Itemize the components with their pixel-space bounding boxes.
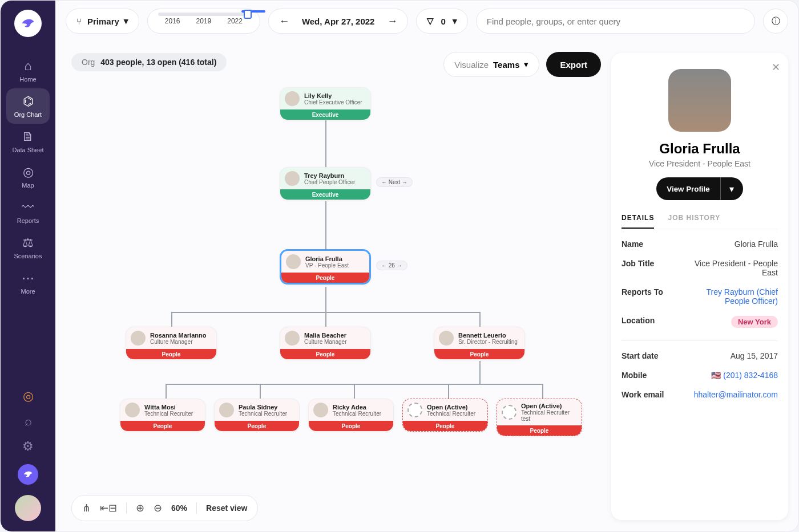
tab-details[interactable]: DETAILS (622, 214, 654, 229)
field-label: Mobile (622, 371, 647, 380)
nav-org-chart[interactable]: ⌬Org Chart (6, 88, 50, 124)
visualize-selector[interactable]: Visualize Teams ▾ (443, 52, 539, 77)
timeline-thumb[interactable] (244, 10, 252, 19)
open-role-node[interactable]: Open (Active)Technical Recruiter People (402, 399, 488, 432)
person-title: Technical Recruiter (144, 411, 193, 417)
nav-label: Scenarios (14, 253, 42, 259)
field-value: Aug 15, 2017 (731, 351, 778, 360)
person-node[interactable]: Lily KellyChief Executive Officer Execut… (280, 87, 371, 120)
timeline-track[interactable] (158, 13, 249, 16)
person-name: Witta Mosi (144, 404, 193, 411)
org-chart-canvas[interactable]: Org 403 people, 13 open (416 total) Visu… (71, 53, 601, 520)
nav-scenarios[interactable]: ⚖Scenarios (6, 230, 50, 265)
search-input[interactable] (487, 17, 744, 26)
search-icon[interactable]: ⌕ (25, 414, 32, 429)
date-picker[interactable]: ← Wed, Apr 27, 2022 → (268, 9, 409, 34)
nav-home[interactable]: ⌂Home (6, 53, 50, 88)
tab-job-history[interactable]: JOB HISTORY (668, 214, 720, 229)
filter-button[interactable]: ▽ 0 ▾ (416, 9, 467, 34)
peer-navigator[interactable]: ← 26 → (376, 261, 407, 270)
nav-more[interactable]: ⋯More (6, 265, 50, 300)
view-profile-button[interactable]: View Profile (656, 177, 720, 200)
person-node[interactable]: Malia BeacherCulture Manager People (280, 327, 371, 360)
person-name: Paula Sidney (239, 404, 287, 411)
mobile-link[interactable]: 🇺🇸 (201) 832-4168 (711, 371, 778, 380)
user-avatar[interactable] (15, 495, 41, 521)
view-profile-button-group: View Profile ▾ (656, 177, 742, 200)
scenario-selector[interactable]: ⑂ Primary ▾ (66, 9, 139, 34)
branch-icon: ⑂ (76, 17, 82, 26)
left-sidebar: ⌂Home ⌬Org Chart 🗎Data Sheet ◎Map 〰Repor… (1, 1, 55, 531)
breadcrumb[interactable]: Org 403 people, 13 open (416 total) (71, 53, 227, 71)
person-detail-panel: ✕ Gloria Frulla Vice President - People … (611, 53, 788, 520)
person-title: Technical Recruiter (333, 411, 381, 417)
next-arrow-icon[interactable]: → (387, 15, 397, 27)
nav-reports[interactable]: 〰Reports (6, 194, 50, 230)
flag-icon: 🇺🇸 (711, 371, 721, 380)
location-badge: New York (731, 316, 778, 328)
person-node[interactable]: Rosanna MariannoCulture Manager People (126, 327, 217, 360)
person-title: Technical Recruiter (427, 411, 475, 417)
person-name: Open (Active) (521, 403, 577, 409)
secondary-logo[interactable] (18, 464, 38, 485)
layout-icon[interactable]: ⇤⊟ (100, 502, 117, 514)
nav-data-sheet[interactable]: 🗎Data Sheet (6, 124, 50, 159)
info-button[interactable]: ⓘ (763, 9, 788, 34)
timeline-year: 2016 (165, 17, 180, 25)
timeline-selector[interactable]: 2016 2019 2022 (147, 9, 260, 34)
person-title: Culture Manager (150, 339, 206, 345)
prev-arrow-icon[interactable]: ← (279, 15, 289, 27)
person-photo (668, 69, 731, 132)
field-label: Start date (622, 351, 659, 360)
bird-icon (20, 15, 36, 31)
person-title: Technical Recruiter test (521, 409, 577, 422)
zoom-in-icon[interactable]: ⊕ (136, 502, 144, 514)
team-band: Executive (280, 189, 370, 200)
connector (354, 384, 355, 399)
open-role-node[interactable]: Open (Active)Technical Recruiter test Pe… (497, 399, 582, 436)
connector (479, 361, 481, 384)
person-node[interactable]: Ricky AdeaTechnical Recruiter People (308, 399, 394, 432)
close-icon[interactable]: ✕ (772, 61, 780, 74)
field-label: Name (622, 239, 643, 249)
person-title: Culture Manager (304, 339, 346, 345)
chevron-down-icon: ▾ (453, 16, 457, 26)
nav-map[interactable]: ◎Map (6, 159, 50, 194)
reset-view-button[interactable]: Reset view (206, 503, 247, 513)
zoom-out-icon[interactable]: ⊖ (154, 502, 162, 514)
nav-label: Reports (17, 217, 39, 224)
tree-icon[interactable]: ⋔ (82, 502, 91, 514)
search-input-wrap[interactable] (476, 9, 755, 34)
person-node[interactable]: Bennett LeuerioSr. Director - Recruiting… (434, 327, 525, 360)
view-toolbar: ⋔ ⇤⊟ ⊕ ⊖ 60% Reset view (71, 495, 258, 521)
person-name: Rosanna Marianno (150, 332, 206, 339)
reports-to-link[interactable]: Trey Rayburn (Chief People Officer) (681, 287, 778, 306)
connector (448, 384, 449, 399)
email-link[interactable]: hhalter@mailinator.com (694, 390, 778, 399)
peer-navigator[interactable]: ← Next → (376, 177, 413, 187)
person-node[interactable]: Trey RayburnChief People Officer Executi… (280, 167, 371, 200)
app-logo[interactable] (14, 10, 42, 37)
chevron-down-icon: ▾ (524, 59, 528, 70)
team-band: People (434, 349, 524, 359)
settings-icon[interactable]: ⚙ (22, 439, 34, 454)
crumb-text: 403 people, 13 open (416 total) (100, 58, 216, 67)
field-label: Job Title (622, 259, 654, 268)
main-area: ⑂ Primary ▾ 2016 2019 2022 ← Wed, Apr 27… (55, 1, 798, 531)
person-node[interactable]: Witta MosiTechnical Recruiter People (120, 399, 205, 432)
person-avatar (131, 331, 146, 346)
export-button[interactable]: Export (546, 52, 601, 77)
map-icon: ◎ (23, 165, 34, 180)
team-band: People (281, 273, 369, 283)
view-profile-dropdown[interactable]: ▾ (720, 177, 743, 200)
field-label: Location (622, 316, 655, 325)
target-icon[interactable]: ◎ (23, 389, 34, 404)
panel-tabs: DETAILS JOB HISTORY (622, 214, 778, 229)
team-band: People (120, 421, 205, 431)
divider (126, 502, 127, 514)
person-node-selected[interactable]: Gloria FrullaVP - People East People (280, 249, 371, 285)
person-title: Technical Recruiter (239, 411, 287, 417)
person-node[interactable]: Paula SidneyTechnical Recruiter People (214, 399, 300, 432)
connector (479, 312, 481, 327)
filter-count: 0 (441, 17, 445, 26)
